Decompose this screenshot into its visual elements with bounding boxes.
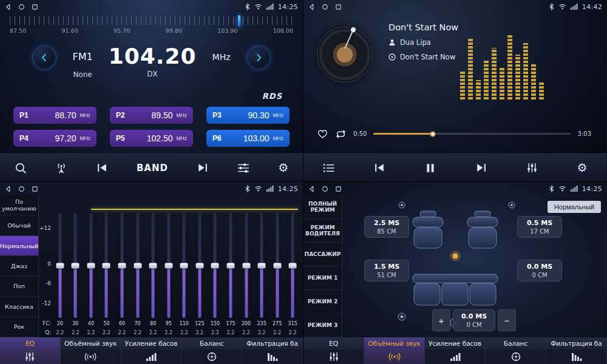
eq-slider-handle[interactable] — [258, 263, 266, 268]
tuner-sliders-icon[interactable] — [237, 163, 249, 174]
tab-balance-icon[interactable] — [181, 349, 242, 364]
eq-band-slider[interactable] — [68, 212, 84, 319]
next-icon[interactable] — [475, 163, 487, 173]
nav-recents-icon[interactable] — [335, 4, 342, 10]
audio-tab[interactable]: EQ — [0, 337, 61, 349]
audio-tab[interactable]: Фильтрация ба — [242, 337, 303, 349]
eq-slider-handle[interactable] — [195, 263, 203, 268]
nav-home-icon[interactable] — [18, 4, 25, 10]
nav-home-icon[interactable] — [322, 186, 328, 192]
nav-back-icon[interactable] — [5, 4, 12, 10]
eq-slider-handle[interactable] — [289, 263, 297, 268]
tab-surround-icon[interactable] — [61, 349, 121, 364]
eq-band-slider[interactable] — [254, 212, 270, 319]
preset-button[interactable]: P4 97.20 MHz — [13, 130, 97, 147]
eq-band-slider[interactable] — [270, 212, 285, 319]
eq-slider-handle[interactable] — [56, 263, 64, 268]
listening-mode-item[interactable]: РЕЖИМ ВОДИТЕЛЯ — [304, 219, 342, 243]
audio-tab[interactable]: Фильтрация ба — [546, 337, 607, 349]
tab-filter-icon[interactable] — [242, 349, 303, 364]
eq-slider-handle[interactable] — [226, 263, 234, 268]
scan-icon[interactable] — [15, 162, 27, 174]
tune-up-button[interactable] — [246, 46, 271, 70]
listening-mode-item[interactable]: РЕЖИМ 1 — [304, 266, 342, 290]
audio-tab[interactable]: Объёмный звук — [364, 337, 425, 349]
eq-slider-handle[interactable] — [87, 263, 95, 268]
listening-mode-item[interactable]: ПАССАЖИР — [304, 243, 342, 266]
sound-profile-button[interactable]: Нормальный — [548, 201, 601, 213]
nav-home-icon[interactable] — [322, 4, 328, 10]
audio-tab[interactable]: Усиление басов — [425, 337, 486, 349]
eq-band-slider[interactable] — [99, 212, 115, 319]
eq-slider-handle[interactable] — [134, 263, 141, 268]
previous-icon[interactable] — [374, 163, 385, 173]
queue-icon[interactable] — [323, 163, 334, 173]
eq-slider-handle[interactable] — [118, 263, 126, 268]
tab-bass-boost-icon[interactable] — [121, 349, 182, 364]
nav-back-icon[interactable] — [308, 186, 315, 192]
broadcast-icon[interactable] — [55, 162, 67, 174]
eq-band-slider[interactable] — [52, 212, 68, 319]
next-icon[interactable] — [197, 163, 208, 173]
eq-band-slider[interactable] — [177, 212, 192, 319]
eq-preset-item[interactable]: Обычай — [0, 215, 38, 235]
eq-preset-item[interactable]: Классика — [0, 297, 38, 317]
tab-eq-icon[interactable] — [0, 349, 61, 364]
eq-band-slider[interactable] — [239, 212, 254, 319]
frequency-ruler[interactable]: 87.5091.6095.7099.80103.90108.00 — [10, 15, 293, 42]
eq-band-slider[interactable] — [83, 212, 99, 319]
preset-button[interactable]: P2 89.50 MHz — [110, 107, 193, 124]
eq-preset-item[interactable]: Поп — [0, 277, 38, 297]
eq-band-slider[interactable] — [208, 212, 223, 319]
eq-preset-item[interactable]: Рок — [0, 317, 38, 337]
eq-band-slider[interactable] — [114, 212, 130, 319]
previous-icon[interactable] — [97, 163, 108, 173]
eq-slider-handle[interactable] — [149, 263, 157, 268]
eq-slider-handle[interactable] — [103, 263, 110, 268]
eq-slider-handle[interactable] — [72, 263, 80, 268]
tab-eq-icon[interactable] — [304, 349, 364, 364]
eq-slider-handle[interactable] — [273, 263, 281, 268]
pause-icon[interactable] — [425, 163, 436, 174]
delay-increase-button[interactable]: + — [432, 309, 450, 331]
audio-tab[interactable]: Баланс — [486, 337, 546, 349]
eq-preset-item[interactable]: Нормальный — [0, 236, 38, 256]
nav-back-icon[interactable] — [308, 4, 315, 10]
settings-icon[interactable]: ⚙ — [278, 162, 288, 174]
favorite-icon[interactable] — [317, 129, 328, 139]
tab-filter-icon[interactable] — [546, 349, 607, 364]
eq-band-slider[interactable] — [145, 212, 161, 319]
audio-tab[interactable]: Баланс — [181, 337, 242, 349]
settings-icon[interactable]: ⚙ — [577, 162, 587, 174]
eq-band-slider[interactable] — [192, 212, 208, 319]
tab-balance-icon[interactable] — [486, 349, 546, 364]
listening-mode-item[interactable]: РЕЖИМ 3 — [304, 314, 342, 337]
nav-recents-icon[interactable] — [32, 186, 38, 192]
audio-tab[interactable]: Объёмный звук — [61, 337, 121, 349]
band-button[interactable]: BAND — [137, 163, 168, 174]
tab-bass-boost-icon[interactable] — [425, 349, 486, 364]
preset-button[interactable]: P3 90.30 MHz — [206, 107, 290, 124]
nav-recents-icon[interactable] — [32, 4, 38, 10]
nav-home-icon[interactable] — [18, 186, 25, 192]
tune-down-button[interactable] — [32, 46, 56, 70]
audio-tab[interactable]: EQ — [304, 337, 364, 349]
eq-sliders-icon[interactable] — [526, 163, 538, 173]
tab-surround-icon[interactable] — [364, 349, 425, 364]
eq-band-slider[interactable] — [161, 212, 177, 319]
eq-preset-item[interactable]: По умолчанию — [0, 195, 38, 215]
eq-band-slider[interactable] — [223, 212, 239, 319]
seek-knob[interactable] — [430, 131, 435, 136]
nav-recents-icon[interactable] — [335, 186, 342, 192]
seek-bar[interactable] — [373, 133, 571, 135]
nav-back-icon[interactable] — [5, 186, 12, 192]
preset-button[interactable]: P6 103.00 MHz — [206, 130, 290, 147]
listening-mode-item[interactable]: ПОЛНЫЙ РЕЖИМ — [304, 195, 342, 219]
preset-button[interactable]: P1 88.70 MHz — [13, 107, 97, 124]
eq-slider-handle[interactable] — [180, 263, 188, 268]
listening-mode-item[interactable]: РЕЖИМ 2 — [304, 290, 342, 314]
preset-button[interactable]: P5 102.50 MHz — [110, 130, 193, 147]
eq-preset-item[interactable]: Джаз — [0, 256, 38, 276]
delay-decrease-button[interactable]: − — [498, 309, 516, 331]
eq-band-slider[interactable] — [130, 212, 146, 319]
